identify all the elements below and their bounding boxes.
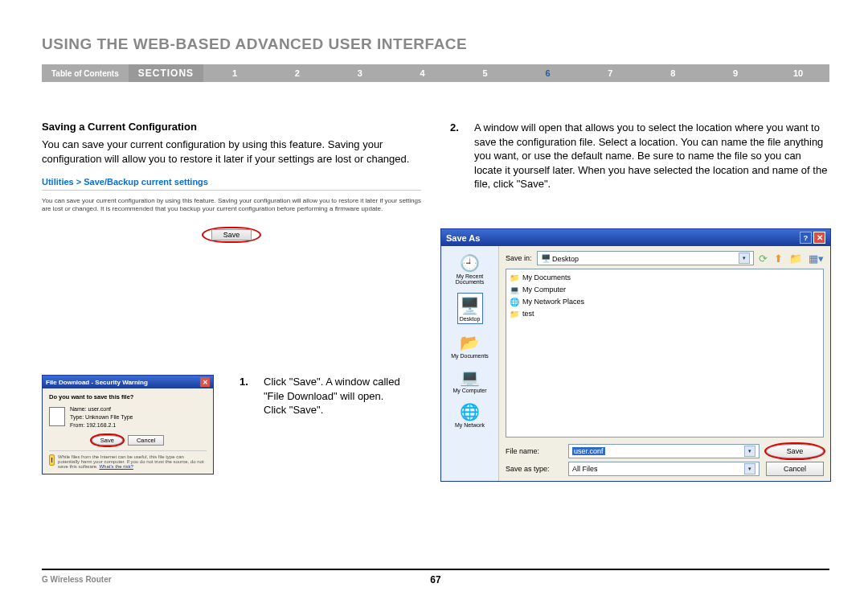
nav-bar: Table of Contents SECTIONS 1 2 3 4 5 6 7… bbox=[42, 64, 829, 82]
save-in-dropdown[interactable]: 🖥️ Desktop ▾ bbox=[537, 251, 754, 265]
step-1-num: 1. bbox=[240, 375, 254, 417]
sa-save-button[interactable]: Save bbox=[766, 444, 824, 458]
annotation-save-circle: Save bbox=[202, 227, 262, 243]
utilities-breadcrumb: Utilities > Save/Backup current settings bbox=[42, 177, 421, 187]
nav-item-7[interactable]: 7 bbox=[579, 64, 641, 82]
folder-icon: 📂 bbox=[460, 332, 481, 353]
list-item[interactable]: 💻My Computer bbox=[510, 284, 820, 296]
chevron-down-icon[interactable]: ▾ bbox=[739, 253, 750, 264]
page-title: USING THE WEB-BASED ADVANCED USER INTERF… bbox=[42, 35, 467, 53]
help-icon[interactable]: ? bbox=[800, 232, 812, 244]
fd-warning-text: While files from the Internet can be use… bbox=[58, 454, 207, 469]
chevron-down-icon[interactable]: ▾ bbox=[744, 446, 755, 457]
chevron-down-icon[interactable]: ▾ bbox=[744, 463, 755, 474]
page-footer: G Wireless Router 67 bbox=[42, 569, 829, 584]
file-icon bbox=[49, 407, 65, 426]
save-as-type-dropdown[interactable]: All Files ▾ bbox=[568, 462, 760, 476]
places-bar: 🕘 My Recent Documents 🖥️ Desktop 📂 My Do… bbox=[441, 246, 499, 481]
place-mycomputer[interactable]: 💻 My Computer bbox=[452, 367, 486, 393]
utilities-description: You can save your current configuration … bbox=[42, 197, 421, 214]
close-icon[interactable]: ✕ bbox=[813, 232, 825, 244]
step-2-text: A window will open that allows you to se… bbox=[474, 121, 829, 191]
save-as-dialog: Save As ? ✕ 🕘 My Recent Documents 🖥️ Des… bbox=[440, 228, 831, 482]
network-icon: 🌐 bbox=[510, 296, 519, 308]
nav-item-6[interactable]: 6 bbox=[517, 64, 579, 82]
left-column: Saving a Current Configuration You can s… bbox=[42, 121, 421, 262]
page-number: 67 bbox=[430, 574, 440, 585]
footer-product: G Wireless Router bbox=[42, 575, 112, 584]
fd-cancel-button[interactable]: Cancel bbox=[128, 435, 164, 446]
nav-toc[interactable]: Table of Contents bbox=[42, 69, 129, 78]
nav-sections: 1 2 3 4 5 6 7 8 9 10 bbox=[203, 64, 829, 82]
place-mynetwork[interactable]: 🌐 My Network bbox=[455, 401, 485, 428]
list-item[interactable]: 📁test bbox=[510, 308, 820, 320]
file-list[interactable]: 📁My Documents 💻My Computer 🌐My Network P… bbox=[506, 269, 824, 438]
file-download-dialog: File Download - Security Warning ✕ Do yo… bbox=[42, 375, 214, 474]
up-icon[interactable]: ⬆ bbox=[774, 253, 783, 265]
save-in-label: Save in: bbox=[506, 254, 532, 262]
list-item[interactable]: 📁My Documents bbox=[510, 272, 820, 284]
section-para: You can save your current configuration … bbox=[42, 138, 421, 166]
section-heading: Saving a Current Configuration bbox=[42, 121, 421, 133]
place-mydocuments[interactable]: 📂 My Documents bbox=[451, 332, 489, 359]
fd-titlebar[interactable]: File Download - Security Warning ✕ bbox=[43, 376, 213, 388]
fd-title-text: File Download - Security Warning bbox=[46, 379, 148, 386]
step-1-text: Click "Save". A window called "File Down… bbox=[264, 375, 407, 417]
nav-item-2[interactable]: 2 bbox=[266, 64, 329, 82]
step-2: 2. A window will open that allows you to… bbox=[450, 121, 829, 191]
folder-icon: 📁 bbox=[510, 272, 519, 284]
warning-icon: ! bbox=[49, 454, 55, 466]
nav-item-10[interactable]: 10 bbox=[767, 64, 829, 82]
sa-cancel-button[interactable]: Cancel bbox=[766, 462, 824, 476]
nav-item-3[interactable]: 3 bbox=[329, 64, 391, 82]
network-icon: 🌐 bbox=[459, 401, 480, 422]
place-recent[interactable]: 🕘 My Recent Documents bbox=[456, 253, 484, 285]
fd-meta: Name: user.conf Type: Unknown File Type … bbox=[70, 405, 133, 429]
folder-icon: 📁 bbox=[510, 308, 519, 320]
utilities-panel: Utilities > Save/Backup current settings… bbox=[42, 177, 421, 243]
file-name-label: File name: bbox=[506, 447, 562, 455]
file-name-field[interactable]: user.conf ▾ bbox=[568, 444, 760, 458]
computer-icon: 💻 bbox=[510, 284, 519, 296]
computer-icon: 💻 bbox=[459, 367, 480, 388]
place-desktop[interactable]: 🖥️ Desktop bbox=[457, 293, 483, 324]
recent-icon: 🕘 bbox=[460, 253, 481, 273]
desktop-icon: 🖥️ bbox=[460, 295, 481, 316]
step-2-num: 2. bbox=[450, 121, 465, 191]
save-button[interactable]: Save bbox=[211, 229, 252, 240]
close-icon[interactable]: ✕ bbox=[200, 377, 210, 387]
nav-sections-label: SECTIONS bbox=[129, 64, 203, 82]
list-item[interactable]: 🌐My Network Places bbox=[510, 296, 820, 308]
step-1: 1. Click "Save". A window called "File D… bbox=[240, 375, 407, 417]
back-icon[interactable]: ⟳ bbox=[759, 253, 768, 265]
new-folder-icon[interactable]: 📁 bbox=[789, 253, 802, 265]
fd-save-button[interactable]: Save bbox=[92, 435, 123, 446]
whats-the-risk-link[interactable]: What's the risk? bbox=[99, 464, 133, 469]
nav-item-1[interactable]: 1 bbox=[203, 64, 266, 82]
nav-item-5[interactable]: 5 bbox=[454, 64, 517, 82]
nav-item-8[interactable]: 8 bbox=[641, 64, 704, 82]
nav-item-4[interactable]: 4 bbox=[391, 64, 454, 82]
fd-question: Do you want to save this file? bbox=[49, 393, 207, 401]
nav-item-9[interactable]: 9 bbox=[704, 64, 767, 82]
save-as-type-label: Save as type: bbox=[506, 465, 562, 473]
sa-title-text: Save As bbox=[446, 233, 480, 243]
sa-titlebar[interactable]: Save As ? ✕ bbox=[441, 229, 830, 246]
desktop-icon: 🖥️ bbox=[541, 254, 551, 263]
view-menu-icon[interactable]: ▦▾ bbox=[809, 253, 824, 265]
